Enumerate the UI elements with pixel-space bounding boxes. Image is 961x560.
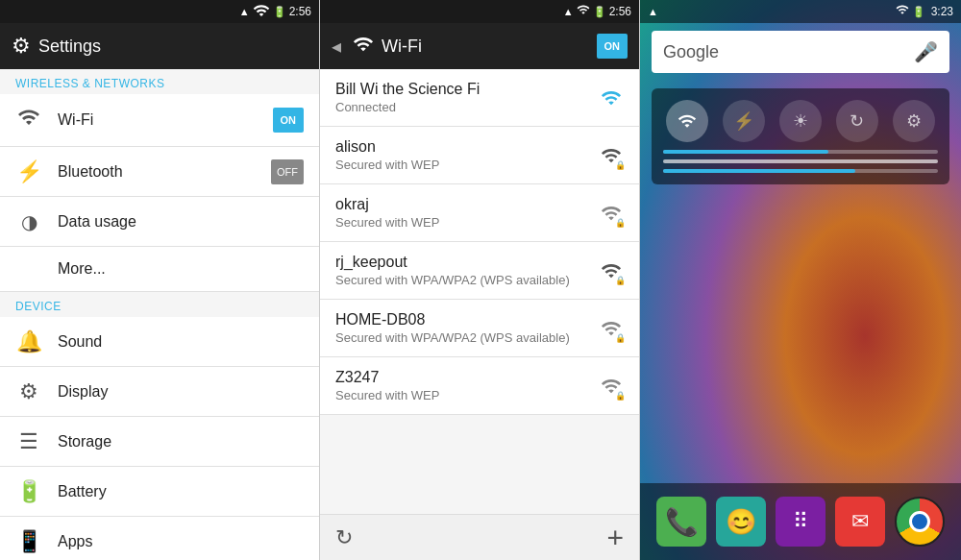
- lock-icon: 🔒: [615, 160, 626, 170]
- wifi-toggle[interactable]: ON: [273, 108, 305, 133]
- wifi-signal-okraj: 🔒: [599, 201, 624, 226]
- wifi-signal-home-db08: 🔒: [599, 316, 624, 341]
- bluetooth-label: Bluetooth: [58, 163, 123, 181]
- settings-time: 2:56: [289, 5, 311, 18]
- lock-icon: 🔒: [615, 218, 626, 228]
- storage-icon: ☰: [15, 429, 42, 454]
- wifi-main-toggle-on[interactable]: ON: [597, 34, 628, 59]
- wifi-setting-item[interactable]: Wi-Fi ON: [0, 94, 319, 147]
- wifi-network-bill-wi-text: Bill Wi the Science Fi Connected: [335, 81, 587, 114]
- settings-panel: ▲ 🔋 2:56 ⚙ Settings WIRELESS & NETWORKS …: [0, 0, 320, 560]
- wifi-network-home-db08-text: HOME-DB08 Secured with WPA/WPA2 (WPS ava…: [335, 311, 587, 345]
- settings-app-icon: ⚙: [12, 34, 31, 59]
- wifi-network-z3247[interactable]: Z3247 Secured with WEP 🔒: [320, 357, 639, 415]
- home-wallpaper: [640, 0, 961, 560]
- storage-label: Storage: [58, 433, 111, 450]
- lock-icon: 🔒: [615, 276, 626, 285]
- bluetooth-icon: ⚡: [15, 159, 42, 184]
- home-battery-icon: 🔋: [912, 6, 925, 18]
- qs-brightness-icon[interactable]: ☀: [779, 100, 822, 142]
- wifi-network-okraj[interactable]: okraj Secured with WEP 🔒: [320, 184, 639, 242]
- bluetooth-toggle[interactable]: OFF: [271, 159, 304, 184]
- wifi-network-rj-keepout-name: rj_keepout: [335, 254, 587, 271]
- data-usage-icon: ◑: [15, 210, 42, 233]
- wifi-panel: ▲ 🔋 2:56 ◂ Wi-Fi ON Bill Wi the Science …: [320, 0, 640, 560]
- wifi-signal-status-icon: ▲: [563, 6, 574, 17]
- wireless-section-header: WIRELESS & NETWORKS: [0, 69, 319, 94]
- home-wifi-icon: [896, 3, 909, 20]
- dock-chrome-icon[interactable]: [895, 497, 945, 547]
- wifi-add-network-icon[interactable]: +: [606, 522, 624, 554]
- wifi-network-alison-sub: Secured with WEP: [335, 158, 587, 172]
- battery-setting-item[interactable]: 🔋 Battery: [0, 467, 319, 517]
- wifi-network-okraj-text: okraj Secured with WEP: [335, 196, 587, 230]
- wifi-bottom-bar: ↻ +: [320, 514, 639, 560]
- home-signal-icon: ▲: [648, 6, 658, 17]
- more-setting-item[interactable]: More...: [0, 247, 319, 292]
- wifi-network-alison[interactable]: alison Secured with WEP 🔒: [320, 127, 639, 184]
- brightness-slider-row[interactable]: [663, 150, 938, 154]
- wifi-main-toggle[interactable]: ON: [597, 34, 628, 59]
- wifi-signal-bill-wi: [599, 85, 624, 110]
- google-search-bar[interactable]: Google 🎤: [652, 31, 949, 73]
- qs-sync-icon[interactable]: ↻: [836, 100, 878, 142]
- wifi-status-icon: [253, 2, 270, 21]
- dock-gmail-icon[interactable]: ✉: [835, 497, 885, 547]
- wifi-network-bill-wi[interactable]: Bill Wi the Science Fi Connected: [320, 69, 639, 127]
- brightness-slider[interactable]: [663, 150, 938, 154]
- wifi-network-home-db08-sub: Secured with WPA/WPA2 (WPS available): [335, 330, 587, 345]
- more-label: More...: [58, 260, 106, 278]
- wifi-refresh-icon[interactable]: ↻: [335, 525, 353, 550]
- chrome-center: [909, 511, 930, 532]
- wifi-status-icons: ▲ 🔋 2:56: [563, 3, 631, 20]
- battery-status-icon: 🔋: [273, 6, 286, 18]
- wifi-network-z3247-sub: Secured with WEP: [335, 388, 587, 402]
- dock-launcher-icon[interactable]: ⠿: [776, 497, 825, 547]
- wifi-network-z3247-text: Z3247 Secured with WEP: [335, 369, 587, 402]
- qs-settings-icon[interactable]: ⚙: [893, 100, 935, 142]
- display-setting-item[interactable]: ⚙ Display: [0, 367, 319, 417]
- mic-icon[interactable]: 🎤: [914, 40, 938, 63]
- volume-slider-row[interactable]: [663, 159, 938, 163]
- wifi-screen-icon: [353, 34, 374, 60]
- apps-setting-item[interactable]: 📱 Apps: [0, 517, 319, 560]
- qs-wifi-icon[interactable]: [666, 100, 708, 142]
- wifi-network-home-db08[interactable]: HOME-DB08 Secured with WPA/WPA2 (WPS ava…: [320, 300, 639, 357]
- wifi-network-alison-name: alison: [335, 138, 587, 156]
- quick-settings-icons: ⚡ ☀ ↻ ⚙: [659, 100, 942, 142]
- wifi-icon: [15, 106, 42, 134]
- bluetooth-setting-item[interactable]: ⚡ Bluetooth OFF: [0, 147, 319, 197]
- gmail-icon: ✉: [851, 509, 869, 534]
- volume-slider[interactable]: [663, 159, 938, 163]
- brightness-fill: [663, 150, 828, 154]
- wifi-label: Wi-Fi: [58, 111, 93, 129]
- data-usage-setting-item[interactable]: ◑ Data usage: [0, 197, 319, 247]
- launcher-icon: ⠿: [793, 509, 808, 534]
- wifi-battery-icon: 🔋: [593, 6, 606, 18]
- wifi-network-okraj-sub: Secured with WEP: [335, 215, 587, 230]
- battery-label: Battery: [58, 483, 107, 500]
- wifi-network-home-db08-name: HOME-DB08: [335, 311, 587, 329]
- storage-setting-item[interactable]: ☰ Storage: [0, 417, 319, 467]
- quick-settings-sliders: [659, 150, 942, 181]
- bluetooth-toggle-off[interactable]: OFF: [271, 159, 304, 184]
- qs-bluetooth-icon[interactable]: ⚡: [723, 100, 765, 142]
- sound-setting-item[interactable]: 🔔 Sound: [0, 317, 319, 367]
- volume-fill: [663, 159, 938, 163]
- apps-icon: 📱: [15, 529, 42, 554]
- lock-icon: 🔒: [615, 391, 626, 401]
- wifi-signal-alison: 🔒: [599, 143, 624, 168]
- settings-title: Settings: [38, 37, 308, 57]
- wifi-network-bill-wi-sub: Connected: [335, 100, 587, 114]
- wifi-wifi-icon: [577, 3, 590, 20]
- dock-contacts-icon[interactable]: 😊: [716, 497, 766, 547]
- back-icon[interactable]: ◂: [332, 35, 341, 58]
- sound-icon: 🔔: [15, 329, 42, 354]
- extra-slider-row[interactable]: [663, 169, 938, 173]
- home-dock: 📞 😊 ⠿ ✉: [640, 483, 961, 560]
- display-label: Display: [58, 383, 108, 401]
- wifi-network-rj-keepout[interactable]: rj_keepout Secured with WPA/WPA2 (WPS av…: [320, 242, 639, 300]
- extra-slider[interactable]: [663, 169, 938, 173]
- dock-phone-icon[interactable]: 📞: [656, 497, 706, 547]
- wifi-toggle-on[interactable]: ON: [273, 108, 305, 133]
